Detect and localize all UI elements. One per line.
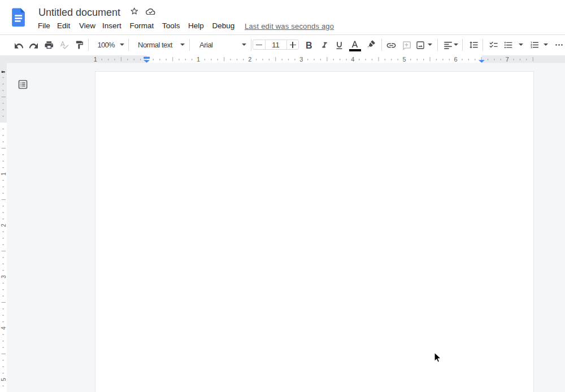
- svg-text:3: 3: [299, 56, 303, 63]
- svg-text:1: 1: [1, 172, 7, 176]
- svg-text:1: 1: [197, 56, 200, 63]
- svg-text:7: 7: [506, 56, 509, 63]
- svg-text:5: 5: [1, 378, 7, 381]
- svg-text:5: 5: [402, 56, 406, 63]
- svg-text:4: 4: [1, 326, 7, 330]
- svg-text:1: 1: [94, 56, 97, 63]
- svg-text:2: 2: [1, 224, 7, 227]
- svg-text:6: 6: [454, 56, 458, 63]
- svg-text:3: 3: [1, 275, 7, 278]
- svg-text:2: 2: [248, 56, 251, 63]
- svg-text:4: 4: [351, 56, 354, 63]
